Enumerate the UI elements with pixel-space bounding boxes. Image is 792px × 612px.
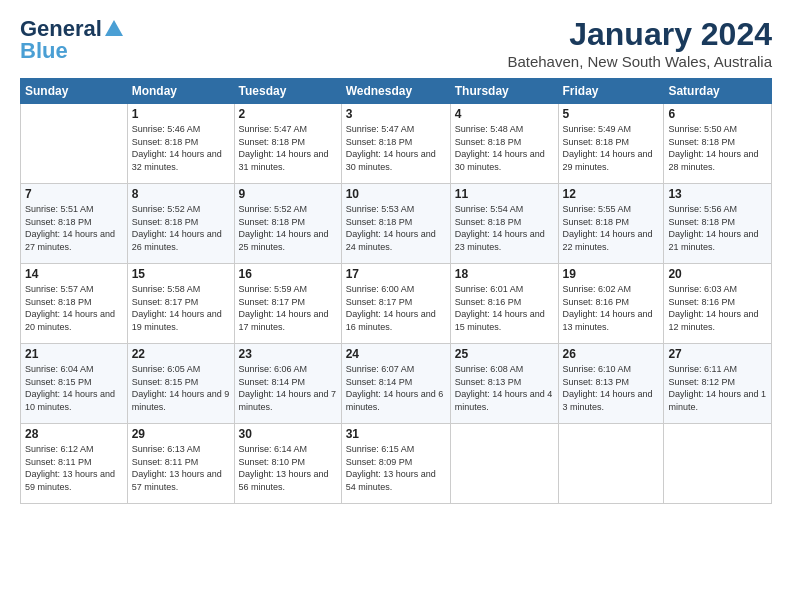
cell-day-number: 24 [346,347,446,361]
calendar-cell: 7 Sunrise: 5:51 AM Sunset: 8:18 PM Dayli… [21,184,128,264]
week-row-4: 21 Sunrise: 6:04 AM Sunset: 8:15 PM Dayl… [21,344,772,424]
cell-day-number: 11 [455,187,554,201]
calendar-cell [21,104,128,184]
cell-day-number: 25 [455,347,554,361]
cell-sunset: Sunset: 8:18 PM [563,216,660,229]
cell-sunset: Sunset: 8:14 PM [346,376,446,389]
week-row-2: 7 Sunrise: 5:51 AM Sunset: 8:18 PM Dayli… [21,184,772,264]
cell-day-number: 1 [132,107,230,121]
calendar-cell [664,424,772,504]
cell-day-number: 28 [25,427,123,441]
cell-sunset: Sunset: 8:16 PM [668,296,767,309]
cell-sunset: Sunset: 8:18 PM [455,216,554,229]
cell-day-number: 31 [346,427,446,441]
page: General Blue January 2024 Batehaven, New… [0,0,792,514]
cell-sunrise: Sunrise: 5:59 AM [239,283,337,296]
cell-sunset: Sunset: 8:16 PM [455,296,554,309]
cell-day-number: 8 [132,187,230,201]
cell-sunset: Sunset: 8:13 PM [455,376,554,389]
calendar-cell: 13 Sunrise: 5:56 AM Sunset: 8:18 PM Dayl… [664,184,772,264]
cell-daylight: Daylight: 14 hours and 30 minutes. [346,148,446,173]
cell-sunrise: Sunrise: 6:01 AM [455,283,554,296]
cell-day-number: 16 [239,267,337,281]
calendar-cell: 18 Sunrise: 6:01 AM Sunset: 8:16 PM Dayl… [450,264,558,344]
calendar-cell [558,424,664,504]
calendar-cell: 4 Sunrise: 5:48 AM Sunset: 8:18 PM Dayli… [450,104,558,184]
week-row-5: 28 Sunrise: 6:12 AM Sunset: 8:11 PM Dayl… [21,424,772,504]
cell-daylight: Daylight: 14 hours and 24 minutes. [346,228,446,253]
header: General Blue January 2024 Batehaven, New… [20,16,772,70]
calendar-cell: 26 Sunrise: 6:10 AM Sunset: 8:13 PM Dayl… [558,344,664,424]
cell-sunset: Sunset: 8:17 PM [346,296,446,309]
cell-sunset: Sunset: 8:18 PM [455,136,554,149]
cell-sunset: Sunset: 8:18 PM [132,216,230,229]
cell-daylight: Daylight: 14 hours and 1 minute. [668,388,767,413]
cell-daylight: Daylight: 14 hours and 29 minutes. [563,148,660,173]
cell-sunrise: Sunrise: 6:03 AM [668,283,767,296]
logo-blue: Blue [20,38,68,64]
cell-daylight: Daylight: 14 hours and 27 minutes. [25,228,123,253]
cell-sunrise: Sunrise: 6:12 AM [25,443,123,456]
cell-daylight: Daylight: 14 hours and 12 minutes. [668,308,767,333]
calendar-cell: 11 Sunrise: 5:54 AM Sunset: 8:18 PM Dayl… [450,184,558,264]
cell-sunrise: Sunrise: 6:08 AM [455,363,554,376]
calendar-cell: 29 Sunrise: 6:13 AM Sunset: 8:11 PM Dayl… [127,424,234,504]
cell-sunrise: Sunrise: 5:58 AM [132,283,230,296]
cell-daylight: Daylight: 14 hours and 32 minutes. [132,148,230,173]
cell-day-number: 17 [346,267,446,281]
cell-daylight: Daylight: 14 hours and 19 minutes. [132,308,230,333]
cell-day-number: 2 [239,107,337,121]
cell-sunset: Sunset: 8:18 PM [239,136,337,149]
calendar-cell: 20 Sunrise: 6:03 AM Sunset: 8:16 PM Dayl… [664,264,772,344]
cell-day-number: 10 [346,187,446,201]
cell-sunset: Sunset: 8:18 PM [668,216,767,229]
cell-sunset: Sunset: 8:12 PM [668,376,767,389]
cell-daylight: Daylight: 14 hours and 3 minutes. [563,388,660,413]
cell-sunset: Sunset: 8:10 PM [239,456,337,469]
cell-daylight: Daylight: 14 hours and 26 minutes. [132,228,230,253]
cell-sunset: Sunset: 8:18 PM [346,136,446,149]
cell-day-number: 20 [668,267,767,281]
calendar-cell: 30 Sunrise: 6:14 AM Sunset: 8:10 PM Dayl… [234,424,341,504]
cell-daylight: Daylight: 14 hours and 25 minutes. [239,228,337,253]
cell-day-number: 5 [563,107,660,121]
cell-daylight: Daylight: 14 hours and 31 minutes. [239,148,337,173]
cell-sunset: Sunset: 8:14 PM [239,376,337,389]
calendar-cell: 3 Sunrise: 5:47 AM Sunset: 8:18 PM Dayli… [341,104,450,184]
header-wednesday: Wednesday [341,79,450,104]
cell-daylight: Daylight: 14 hours and 21 minutes. [668,228,767,253]
calendar-cell: 12 Sunrise: 5:55 AM Sunset: 8:18 PM Dayl… [558,184,664,264]
logo-icon [103,18,125,40]
logo: General Blue [20,16,125,64]
cell-sunrise: Sunrise: 6:00 AM [346,283,446,296]
cell-daylight: Daylight: 14 hours and 10 minutes. [25,388,123,413]
cell-daylight: Daylight: 13 hours and 56 minutes. [239,468,337,493]
cell-daylight: Daylight: 14 hours and 4 minutes. [455,388,554,413]
calendar-cell: 24 Sunrise: 6:07 AM Sunset: 8:14 PM Dayl… [341,344,450,424]
cell-sunset: Sunset: 8:16 PM [563,296,660,309]
cell-sunset: Sunset: 8:18 PM [668,136,767,149]
cell-day-number: 12 [563,187,660,201]
calendar-cell [450,424,558,504]
cell-sunrise: Sunrise: 5:46 AM [132,123,230,136]
cell-sunset: Sunset: 8:17 PM [132,296,230,309]
cell-daylight: Daylight: 14 hours and 20 minutes. [25,308,123,333]
cell-day-number: 13 [668,187,767,201]
cell-daylight: Daylight: 14 hours and 17 minutes. [239,308,337,333]
header-friday: Friday [558,79,664,104]
week-row-1: 1 Sunrise: 5:46 AM Sunset: 8:18 PM Dayli… [21,104,772,184]
cell-sunrise: Sunrise: 5:52 AM [132,203,230,216]
cell-sunset: Sunset: 8:17 PM [239,296,337,309]
cell-sunset: Sunset: 8:18 PM [132,136,230,149]
cell-daylight: Daylight: 13 hours and 57 minutes. [132,468,230,493]
cell-sunset: Sunset: 8:11 PM [25,456,123,469]
cell-sunrise: Sunrise: 6:07 AM [346,363,446,376]
calendar-table: Sunday Monday Tuesday Wednesday Thursday… [20,78,772,504]
cell-sunrise: Sunrise: 5:49 AM [563,123,660,136]
title-block: January 2024 Batehaven, New South Wales,… [507,16,772,70]
calendar-cell: 17 Sunrise: 6:00 AM Sunset: 8:17 PM Dayl… [341,264,450,344]
calendar-cell: 8 Sunrise: 5:52 AM Sunset: 8:18 PM Dayli… [127,184,234,264]
cell-day-number: 7 [25,187,123,201]
header-monday: Monday [127,79,234,104]
cell-sunset: Sunset: 8:18 PM [346,216,446,229]
